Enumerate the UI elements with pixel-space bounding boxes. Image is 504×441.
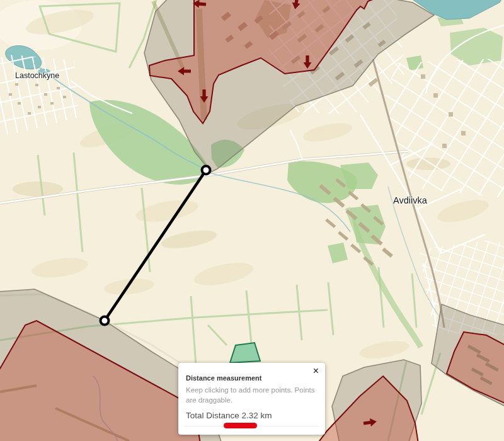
- map-canvas[interactable]: Lastochkyne Avdiivka × Distance measurem…: [0, 0, 504, 441]
- measure-point-1[interactable]: [202, 166, 210, 175]
- measure-point-2[interactable]: [101, 317, 109, 325]
- close-icon[interactable]: ×: [313, 365, 319, 377]
- distance-measurement-popup: × Distance measurement Keep clicking to …: [178, 363, 325, 435]
- popup-title: Distance measurement: [186, 374, 318, 382]
- total-distance-label: Total Distance: [186, 411, 239, 420]
- total-distance-value: 2.32 km: [242, 411, 272, 420]
- total-distance: Total Distance 2.32 km: [186, 411, 318, 420]
- popup-description: Keep clicking to add more points. Points…: [186, 386, 318, 405]
- annotation-underline: [224, 423, 257, 428]
